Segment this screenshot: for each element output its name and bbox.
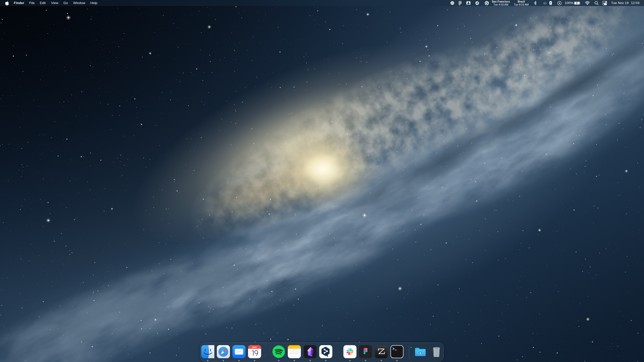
svg-text:NOV: NOV xyxy=(252,346,257,348)
